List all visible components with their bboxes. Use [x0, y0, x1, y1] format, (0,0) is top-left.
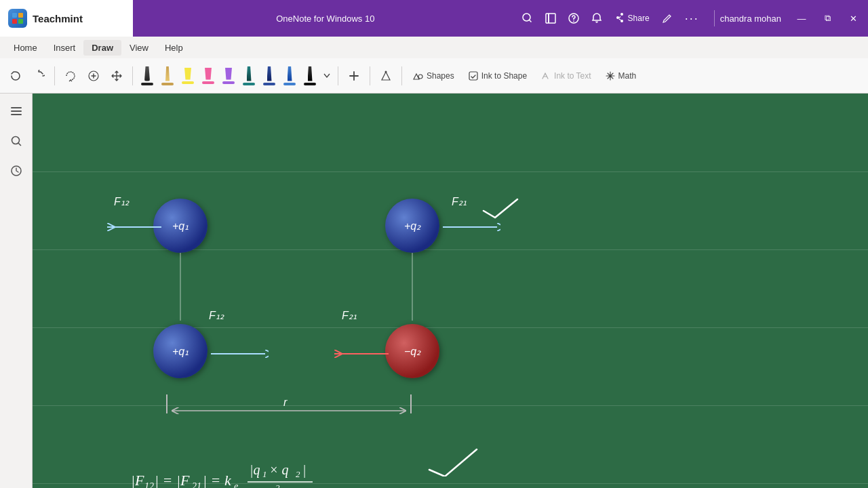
share-label: Share [628, 14, 650, 23]
svg-text:2: 2 [296, 469, 300, 479]
restore-btn[interactable]: ⧉ [815, 6, 840, 30]
minimize-btn[interactable]: — [789, 6, 814, 30]
svg-text:| = k: | = k [203, 472, 232, 488]
more-btn[interactable]: ··· [681, 9, 703, 28]
purple-highlighter[interactable] [220, 66, 237, 85]
logo-icon [8, 9, 27, 28]
help-btn[interactable] [564, 10, 583, 26]
pink-highlighter[interactable] [199, 66, 217, 85]
f12-arrow-bottom [208, 349, 269, 359]
pen-dropdown[interactable] [321, 66, 332, 86]
grid-line [33, 249, 868, 250]
f21-arrow-bottom [331, 349, 392, 359]
svg-rect-2 [12, 19, 17, 24]
grid-line [33, 405, 868, 406]
bell-btn[interactable] [587, 10, 606, 26]
f12-arrow-top [104, 222, 165, 232]
svg-text:2: 2 [275, 483, 280, 488]
menu-help[interactable]: Help [157, 40, 191, 56]
touch-btn[interactable] [376, 66, 396, 86]
app-logo: Teachmint [0, 0, 133, 37]
svg-text:× q: × q [269, 462, 289, 478]
svg-text:| = |F: | = |F [155, 472, 190, 488]
svg-rect-3 [18, 19, 23, 24]
user-name: chandra mohan [720, 14, 789, 24]
svg-rect-9 [469, 72, 477, 80]
sep3 [338, 66, 338, 85]
svg-text:12: 12 [144, 481, 154, 488]
svg-rect-5 [548, 14, 549, 23]
dark-blue-pen[interactable] [260, 65, 278, 87]
vert-line-right [412, 253, 413, 321]
undo-btn[interactable] [5, 66, 26, 86]
sphere-q2-top: +q₂ [385, 199, 439, 253]
teal-pen[interactable] [240, 65, 258, 87]
menu-view[interactable]: View [121, 40, 157, 56]
sidebar-search-icon[interactable] [4, 129, 28, 153]
svg-text:|: | [302, 462, 307, 478]
lasso-btn[interactable] [60, 66, 81, 86]
ink-to-text-btn[interactable]: Ink to Text [535, 68, 596, 84]
checkmark-top [480, 194, 521, 221]
svg-text:1: 1 [262, 469, 267, 479]
sep1 [54, 66, 55, 85]
distance-label: r [283, 396, 287, 409]
sphere-q2-bottom-label: −q₂ [404, 345, 420, 358]
window-title: OneNote for Windows 10 [133, 14, 518, 24]
toolbar: Shapes Ink to Shape Ink to Text Math [0, 58, 868, 94]
menu-insert[interactable]: Insert [45, 40, 84, 56]
share-btn[interactable]: Share [610, 10, 654, 26]
distance-arrow [165, 405, 413, 417]
shapes-btn[interactable]: Shapes [408, 68, 460, 84]
shapes-label: Shapes [427, 71, 454, 81]
canvas-area: +q₁ +q₂ F₁₂ F₂₁ +q₁ −q₂ F₁₂ [33, 94, 868, 488]
win-controls: — ⧉ ✕ [789, 6, 868, 30]
ink-to-shape-btn[interactable]: Ink to Shape [462, 68, 532, 84]
black-pen[interactable] [138, 65, 156, 87]
notebook-btn[interactable] [541, 10, 560, 26]
f21-label-bottom: F₂₁ [342, 309, 357, 322]
close-btn[interactable]: ✕ [841, 6, 865, 30]
yellow-highlighter[interactable] [179, 66, 197, 85]
sep2 [132, 66, 133, 85]
svg-text:|F: |F [131, 472, 144, 488]
svg-rect-0 [12, 13, 17, 18]
ink-to-text-label: Ink to Text [554, 71, 591, 81]
svg-point-8 [385, 70, 387, 73]
svg-text:r: r [267, 483, 272, 488]
sphere-q2-bottom: −q₂ [385, 324, 439, 378]
header-actions: Share ··· [518, 9, 709, 28]
f12-label-bottom: F₁₂ [209, 309, 224, 322]
svg-text:|q: |q [250, 462, 260, 478]
redo-btn[interactable] [28, 66, 49, 86]
menu-draw[interactable]: Draw [83, 40, 121, 56]
blue-pen[interactable] [281, 65, 298, 87]
svg-rect-4 [546, 14, 555, 23]
add-btn[interactable] [83, 66, 104, 86]
svg-rect-1 [18, 13, 23, 18]
app-title: Teachmint [33, 13, 83, 24]
add-pen-btn[interactable] [344, 66, 364, 86]
edit-btn[interactable] [658, 10, 677, 26]
svg-text:e: e [234, 481, 238, 488]
svg-rect-12 [11, 114, 22, 115]
sidebar-menu-icon[interactable] [4, 99, 28, 123]
pencil-tool[interactable] [159, 65, 176, 87]
sep5 [401, 66, 402, 85]
menu-home[interactable]: Home [5, 40, 45, 56]
svg-text:21: 21 [192, 481, 201, 488]
move-btn[interactable] [106, 66, 127, 86]
sphere-q1-bottom: +q₁ [153, 324, 208, 378]
search-btn[interactable] [518, 10, 537, 26]
sidebar-history-icon[interactable] [4, 159, 28, 183]
menu-bar: Home Insert Draw View Help [0, 37, 868, 58]
f12-label-top: F₁₂ [114, 195, 129, 208]
math-btn[interactable]: Math [599, 68, 642, 84]
left-sidebar [0, 94, 33, 488]
checkmark-bottom [426, 439, 480, 476]
black-pen2[interactable] [301, 65, 319, 87]
grid-line [33, 327, 868, 328]
sphere-q1-top-label: +q₁ [172, 220, 189, 232]
sep4 [370, 66, 370, 85]
separator [714, 10, 715, 26]
